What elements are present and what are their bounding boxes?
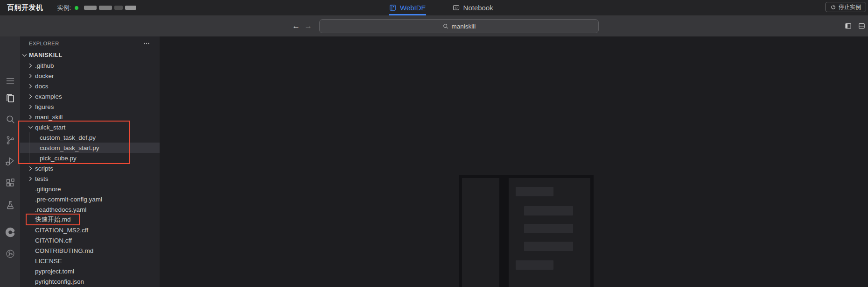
tree-item-pyproject.toml[interactable]: pyproject.toml (20, 266, 160, 276)
tab-label: WebIDE (400, 4, 426, 12)
tree-item-.pre-commit-config.yaml[interactable]: .pre-commit-config.yaml (20, 194, 160, 204)
tree-item-label: 快速开始.md (35, 215, 71, 224)
activity-item-run-debug[interactable] (0, 154, 20, 168)
tree-item-label: pick_cube.py (40, 155, 77, 162)
tree-item-.readthedocs.yaml[interactable]: .readthedocs.yaml (20, 204, 160, 215)
tree-item-label: mani_skill (35, 114, 63, 121)
tree-item-label: tests (35, 175, 49, 182)
tab-webide[interactable]: WebIDE (389, 0, 426, 15)
tree-item-快速开始.md[interactable]: 快速开始.md (20, 215, 160, 225)
chev-right-icon (27, 93, 35, 100)
tree-item-label: scripts (35, 165, 53, 172)
tab-notebook[interactable]: Notebook (452, 0, 493, 15)
remote-fork-icon (5, 249, 15, 259)
search-icon (442, 23, 449, 29)
tree-item-label: docker (35, 72, 54, 79)
stop-instance-button[interactable]: 停止实例 (825, 2, 866, 12)
redacted-text-block (84, 6, 97, 10)
forward-button[interactable]: → (304, 15, 312, 36)
toggle-sidebar-icon[interactable] (844, 22, 852, 30)
activity-item-source-control[interactable] (0, 133, 20, 147)
tree-item-figures[interactable]: figures (20, 101, 160, 112)
placeholder-text-bar (524, 206, 573, 215)
tree-item-label: LICENSE (35, 258, 62, 265)
tree-item-label: pyrightconfig.json (35, 278, 84, 285)
tree-item-label: examples (35, 93, 62, 100)
tree-item-maniskill[interactable]: MANISKILL (20, 50, 160, 60)
explorer-icon (5, 93, 16, 104)
tree-item-label: docs (35, 83, 49, 90)
chev-right-icon (27, 165, 35, 172)
redacted-text-block (99, 6, 112, 10)
tree-item-citation.cff[interactable]: CITATION.cff (20, 235, 160, 245)
chev-right-icon (27, 62, 35, 69)
stop-instance-label: 停止实例 (839, 3, 861, 11)
tree-item-label: .github (35, 62, 54, 69)
instance-status-dot (75, 6, 78, 10)
activity-item-explorer[interactable] (0, 91, 20, 105)
activity-item-search[interactable] (0, 112, 20, 126)
activity-item-testing[interactable] (0, 198, 20, 212)
tree-item-docker[interactable]: docker (20, 71, 160, 81)
activity-item-menu[interactable] (0, 74, 20, 88)
tab-label: Notebook (463, 4, 493, 12)
placeholder-nav-panel (462, 178, 499, 287)
explorer-title: EXPLORER (29, 41, 59, 46)
tree-item-scripts[interactable]: scripts (20, 163, 160, 173)
chev-right-icon (27, 72, 35, 79)
explorer-sidebar: EXPLORER MANISKILL.githubdockerdocsexamp… (20, 36, 160, 287)
chev-down-icon (21, 51, 28, 59)
tree-item-custom_task_def.py[interactable]: custom_task_def.py (20, 132, 160, 143)
tree-item-label: figures (35, 103, 54, 110)
indent-guide (29, 132, 29, 163)
chev-right-icon (27, 113, 35, 121)
activity-item-c-extension[interactable] (0, 225, 20, 239)
chev-right-icon (27, 82, 35, 90)
tree-item-quick_start[interactable]: quick_start (20, 122, 160, 132)
title-bar-left: 百舸开发机 实例: (0, 0, 136, 15)
placeholder-text-bar (524, 242, 573, 251)
placeholder-text-bar (516, 187, 553, 196)
mode-tabs: WebIDENotebook (389, 0, 493, 15)
tree-item-label: .pre-commit-config.yaml (35, 196, 102, 203)
c-extension-icon (5, 227, 16, 238)
tree-item-license[interactable]: LICENSE (20, 256, 160, 266)
run-debug-icon (5, 156, 16, 167)
more-actions-icon[interactable] (143, 40, 150, 47)
placeholder-text-bar (524, 224, 573, 233)
tree-item-citation_ms2.cff[interactable]: CITATION_MS2.cff (20, 225, 160, 235)
tree-item-label: CITATION_MS2.cff (35, 227, 88, 234)
placeholder-content-panel (509, 178, 590, 287)
instance-info-redacted (84, 6, 136, 10)
toggle-panel-icon[interactable] (858, 22, 866, 30)
tree-item-.gitignore[interactable]: .gitignore (20, 184, 160, 194)
chev-right-icon (27, 103, 35, 110)
search-icon (5, 114, 16, 125)
tree-item-label: pyproject.toml (35, 268, 74, 275)
tree-item-.github[interactable]: .github (20, 60, 160, 71)
tree-item-docs[interactable]: docs (20, 81, 160, 91)
tree-item-label: MANISKILL (29, 52, 63, 58)
extensions-icon (5, 177, 16, 188)
tree-item-tests[interactable]: tests (20, 173, 160, 184)
title-bar: 百舸开发机 实例: WebIDENotebook 停止实例 (0, 0, 868, 15)
content-loading-placeholder (459, 175, 594, 287)
command-center-search[interactable]: maniskill (319, 19, 599, 33)
explorer-header: EXPLORER (20, 36, 160, 50)
notebook-icon (452, 4, 460, 12)
tree-item-label: custom_task_start.py (40, 144, 99, 151)
tree-item-custom_task_start.py[interactable]: custom_task_start.py (20, 143, 160, 153)
tree-item-contributing.md[interactable]: CONTRIBUTING.md (20, 245, 160, 256)
tree-item-label: custom_task_def.py (40, 134, 96, 141)
tree-item-pyrightconfig.json[interactable]: pyrightconfig.json (20, 276, 160, 287)
tree-item-label: CITATION.cff (35, 237, 72, 244)
activity-item-remote-fork[interactable] (0, 247, 20, 261)
activity-item-extensions[interactable] (0, 176, 20, 190)
app-title: 百舸开发机 (7, 3, 43, 12)
tree-item-mani_skill[interactable]: mani_skill (20, 112, 160, 122)
back-button[interactable]: ← (292, 15, 300, 36)
tree-item-examples[interactable]: examples (20, 91, 160, 101)
tree-item-pick_cube.py[interactable]: pick_cube.py (20, 153, 160, 163)
power-icon (830, 4, 836, 10)
chev-right-icon (27, 175, 35, 182)
